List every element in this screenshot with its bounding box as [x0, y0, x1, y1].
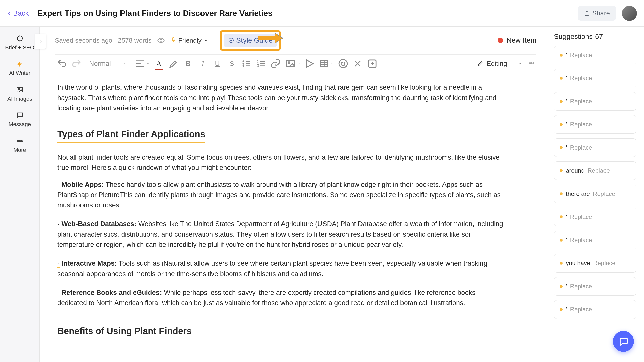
chat-fab[interactable] [613, 331, 634, 352]
editing-mode-select[interactable]: Editing [477, 60, 522, 68]
more-icon [16, 137, 24, 145]
yellow-dot-icon [560, 215, 563, 218]
formatting-toolbar: Normal A B I U S 123 [55, 54, 536, 73]
svg-point-24 [533, 63, 534, 64]
sidebar-item-more[interactable]: More [0, 135, 39, 156]
suggestion-card[interactable]: 'Replace [554, 92, 636, 111]
redo-button[interactable] [71, 58, 82, 69]
suggestion-card[interactable]: 'Replace [554, 300, 636, 319]
svg-point-8 [229, 38, 233, 43]
new-item-indicator[interactable]: New Item [498, 36, 536, 44]
suggestion-action: Replace [570, 52, 592, 59]
suggestion-action: Replace [570, 213, 592, 220]
share-label: Share [592, 9, 610, 17]
sidebar-item-ai-images[interactable]: AI Images [0, 83, 39, 105]
list-item-interactive-maps: - Interactive Maps: Tools such as iNatur… [57, 258, 505, 279]
numbered-list-button[interactable]: 123 [256, 58, 267, 69]
sidebar-item-message[interactable]: Message [0, 109, 39, 130]
new-item-label: New Item [507, 36, 536, 44]
table-icon [318, 58, 330, 69]
document-content[interactable]: In the world of plants, where thousands … [55, 73, 508, 358]
suggestion-card[interactable]: 'Replace [554, 231, 636, 249]
svg-point-11 [243, 65, 244, 66]
chevron-down-icon [146, 62, 150, 65]
visibility-toggle[interactable] [157, 37, 165, 44]
heading-benefits: Benefits of Using Plant Finders [57, 324, 192, 339]
emoji-button[interactable] [338, 58, 349, 69]
align-button[interactable] [134, 58, 145, 69]
chevron-right-icon [38, 39, 43, 44]
suggestion-card[interactable]: 'Replace [554, 46, 636, 64]
suggestion-action: Replace [593, 260, 615, 267]
insert-video-button[interactable] [304, 58, 315, 69]
link-button[interactable] [270, 58, 281, 69]
paragraph-style-select[interactable]: Normal [86, 60, 131, 68]
suggestion-card[interactable]: aroundReplace [554, 161, 636, 180]
suggestion-word: ' [566, 98, 567, 105]
tone-selector[interactable]: Friendly [170, 37, 208, 44]
back-label: Back [13, 9, 29, 17]
share-button[interactable]: Share [578, 6, 616, 21]
suggestion-card[interactable]: 'Replace [554, 277, 636, 296]
svg-point-23 [531, 63, 532, 64]
suggestion-card[interactable]: you haveReplace [554, 254, 636, 273]
svg-point-0 [17, 36, 22, 41]
suggestion-word: ' [566, 121, 567, 128]
editing-label: Editing [486, 60, 507, 68]
avatar[interactable] [622, 6, 637, 21]
undo-button[interactable] [56, 58, 67, 69]
svg-point-4 [19, 141, 20, 142]
suggestion-card[interactable]: 'Replace [554, 69, 636, 87]
suggestion-card[interactable]: 'Replace [554, 115, 636, 134]
chevron-down-icon [518, 61, 522, 66]
chat-icon [16, 112, 24, 119]
svg-rect-7 [173, 37, 174, 40]
chevron-down-icon [297, 62, 300, 65]
add-block-icon [367, 58, 378, 69]
font-color-button[interactable]: A [153, 58, 165, 69]
arrow-annotation [258, 31, 283, 47]
yellow-dot-icon [560, 239, 563, 242]
image-icon [285, 58, 296, 69]
underline-button[interactable]: U [212, 58, 223, 69]
chevron-left-icon [7, 11, 12, 16]
eye-icon [157, 37, 165, 44]
insert-image-button[interactable] [285, 58, 296, 69]
bullet-list-button[interactable] [241, 58, 252, 69]
sidebar-item-ai-writer[interactable]: AI Writer [0, 58, 39, 79]
svg-text:3: 3 [257, 64, 259, 68]
suggestion-word: ' [566, 75, 567, 82]
bold-button[interactable]: B [183, 58, 194, 69]
suggestion-card[interactable]: 'Replace [554, 138, 636, 157]
heading-types: Types of Plant Finder Applications [57, 127, 205, 143]
bolt-icon [16, 60, 24, 68]
highlighter-icon [168, 58, 179, 69]
list-item-reference-books: - Reference Books and eGuides: While per… [57, 288, 505, 308]
suggestion-word: ' [566, 237, 567, 244]
yellow-dot-icon [560, 262, 563, 265]
check-badge-icon [228, 37, 234, 43]
suggestion-action: Replace [593, 190, 615, 197]
chevron-down-icon [331, 62, 334, 65]
suggestion-word: around [566, 167, 585, 174]
clear-format-button[interactable] [352, 58, 363, 69]
suggestion-card[interactable]: there areReplace [554, 185, 636, 203]
yellow-dot-icon [560, 146, 563, 149]
sidebar-collapse-button[interactable] [35, 34, 46, 49]
toolbar-more-button[interactable] [528, 60, 535, 67]
list-icon [241, 58, 252, 69]
yellow-dot-icon [560, 123, 563, 126]
svg-point-19 [341, 62, 342, 63]
paragraph-style-label: Normal [89, 60, 111, 68]
highlight-button[interactable] [168, 58, 179, 69]
suggestion-card[interactable]: 'Replace [554, 208, 636, 226]
italic-button[interactable]: I [197, 58, 208, 69]
back-button[interactable]: Back [7, 9, 29, 17]
sidebar-item-label: AI Images [7, 96, 32, 102]
strikethrough-button[interactable]: S [226, 58, 237, 69]
numbered-list-icon: 123 [256, 58, 267, 69]
insert-table-button[interactable] [318, 58, 330, 69]
sidebar-item-brief-seo[interactable]: Brief + SEO [0, 32, 39, 53]
suggestion-action: Replace [570, 306, 592, 313]
insert-block-button[interactable] [367, 58, 378, 69]
